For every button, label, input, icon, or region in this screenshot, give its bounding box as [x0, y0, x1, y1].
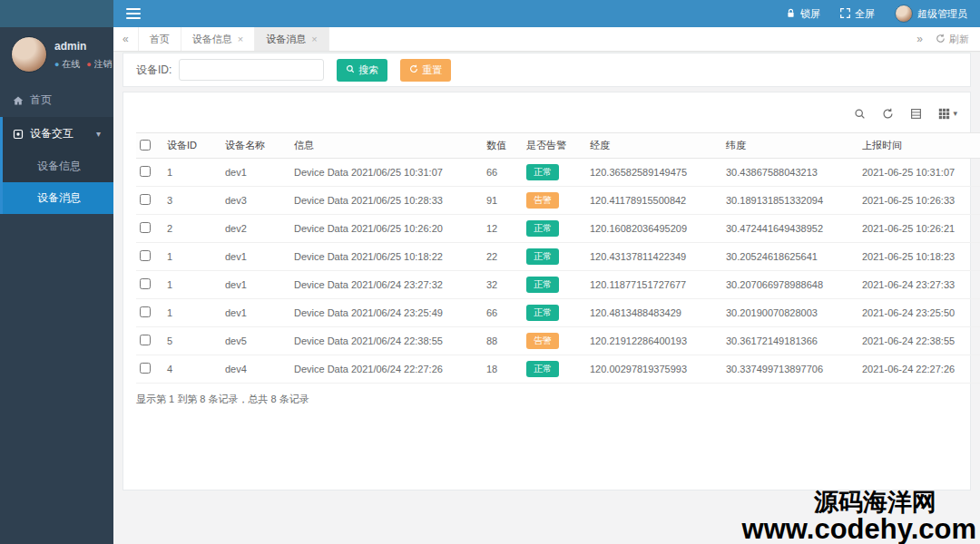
cell-report-time: 2021-06-25 10:26:33 — [858, 187, 980, 215]
row-checkbox[interactable] — [140, 222, 151, 233]
fullscreen-icon — [840, 8, 850, 20]
cell-device-id: 3 — [163, 187, 221, 215]
column-header: 信息 — [290, 133, 483, 159]
cell-info: Device Data 2021/06/25 10:18:22 — [290, 243, 483, 271]
cell-longitude: 120.16082036495209 — [586, 215, 722, 243]
table-row[interactable]: 1dev1Device Data 2021/06/25 10:18:2222正常… — [136, 243, 980, 271]
avatar — [11, 36, 47, 73]
device-icon — [13, 129, 24, 140]
cell-device-name: dev1 — [221, 159, 290, 187]
cell-value: 66 — [483, 159, 523, 187]
cell-alarm: 告警 — [523, 327, 586, 355]
cell-value: 91 — [483, 187, 523, 215]
cell-latitude: 30.189131851332094 — [722, 187, 858, 215]
row-checkbox[interactable] — [140, 278, 151, 289]
cell-device-id: 1 — [163, 271, 221, 299]
username: admin — [54, 40, 112, 53]
tab-device-message[interactable]: 设备消息 × — [255, 27, 328, 51]
device-id-label: 设备ID: — [136, 63, 172, 78]
column-header: 是否告警 — [523, 133, 586, 159]
cell-device-id: 5 — [163, 327, 221, 355]
cell-latitude: 30.207066978988648 — [722, 271, 858, 299]
status-badge: 告警 — [526, 192, 559, 209]
sidebar-item-device-message[interactable]: 设备消息 — [3, 182, 113, 214]
row-checkbox[interactable] — [140, 363, 151, 374]
select-all-checkbox[interactable] — [140, 140, 151, 151]
watermark-url: www.codehy.com — [742, 515, 976, 544]
menu-toggle-icon[interactable] — [126, 5, 141, 22]
search-button[interactable]: 搜索 — [337, 59, 387, 82]
cell-latitude: 30.472441649438952 — [722, 215, 858, 243]
cell-alarm: 正常 — [523, 355, 586, 384]
lock-screen-button[interactable]: 锁屏 — [786, 7, 820, 21]
status-badge: 正常 — [526, 220, 559, 237]
tab-device-info[interactable]: 设备信息 × — [181, 27, 255, 51]
close-icon[interactable]: × — [311, 34, 317, 44]
row-checkbox[interactable] — [140, 166, 151, 177]
device-message-table: 设备ID 设备名称 信息 数值 是否告警 经度 纬度 上报时间 1dev1Dev… — [136, 132, 980, 384]
row-checkbox[interactable] — [140, 194, 151, 205]
table-toggle-view-icon[interactable] — [910, 108, 922, 120]
status-badge: 告警 — [526, 333, 559, 349]
cell-report-time: 2021-06-25 10:26:21 — [858, 215, 980, 243]
sidebar-item-label: 首页 — [30, 92, 52, 108]
row-checkbox[interactable] — [140, 250, 151, 261]
cell-longitude: 120.36582589149475 — [586, 159, 722, 187]
sidebar-item-home[interactable]: 首页 — [0, 83, 113, 117]
table-row[interactable]: 2dev2Device Data 2021/06/25 10:26:2012正常… — [136, 215, 980, 243]
tabs-scroll-left-icon[interactable]: « — [113, 27, 139, 51]
sidebar: admin ● 在线 ● 注销 首页 设备交互 ▾ 设备信息 设备消息 — [0, 0, 113, 544]
table-search-icon[interactable] — [854, 108, 866, 120]
table-row[interactable]: 5dev5Device Data 2021/06/24 22:38:5588告警… — [136, 327, 980, 355]
sidebar-item-device-info[interactable]: 设备信息 — [3, 151, 113, 182]
cell-report-time: 2021-06-24 22:38:55 — [858, 327, 980, 355]
row-checkbox[interactable] — [140, 306, 151, 317]
table-refresh-icon[interactable] — [882, 108, 894, 120]
cell-report-time: 2021-06-24 23:25:50 — [858, 299, 980, 327]
table-row[interactable]: 4dev4Device Data 2021/06/24 22:27:2618正常… — [136, 355, 980, 384]
cell-longitude: 120.11877151727677 — [586, 271, 722, 299]
logout-dot-icon: ● — [86, 60, 91, 69]
cell-value: 88 — [483, 327, 523, 355]
row-checkbox[interactable] — [140, 335, 151, 345]
fullscreen-button[interactable]: 全屏 — [840, 7, 875, 21]
sidebar-group-label: 设备交互 — [30, 126, 74, 141]
cell-alarm: 正常 — [523, 299, 586, 327]
search-icon — [346, 64, 355, 75]
home-icon — [13, 95, 24, 106]
table-body: 1dev1Device Data 2021/06/25 10:31:0766正常… — [136, 159, 980, 384]
close-icon[interactable]: × — [238, 34, 243, 44]
table-columns-icon[interactable]: ▾ — [938, 108, 957, 120]
reset-button[interactable]: 重置 — [400, 59, 451, 82]
status-badge: 正常 — [526, 277, 559, 293]
table-row[interactable]: 3dev3Device Data 2021/06/25 10:28:3391告警… — [136, 187, 980, 215]
cell-latitude: 30.36172149181366 — [722, 327, 858, 355]
cell-info: Device Data 2021/06/24 23:27:32 — [290, 271, 483, 299]
cell-device-name: dev4 — [221, 355, 290, 384]
cell-info: Device Data 2021/06/25 10:28:33 — [290, 187, 483, 215]
column-header: 纬度 — [722, 133, 858, 159]
logout-link[interactable]: ● 注销 — [86, 58, 112, 71]
chevron-down-icon: ▾ — [96, 129, 101, 139]
tab-home[interactable]: 首页 — [139, 27, 181, 51]
cell-longitude: 120.43137811422349 — [586, 243, 722, 271]
device-id-input[interactable] — [179, 59, 324, 81]
online-status: ● 在线 — [54, 58, 80, 71]
table-row[interactable]: 1dev1Device Data 2021/06/24 23:27:3232正常… — [136, 271, 980, 299]
pagination-summary: 显示第 1 到第 8 条记录，总共 8 条记录 — [136, 393, 957, 406]
cell-alarm: 告警 — [523, 187, 586, 215]
cell-device-name: dev1 — [221, 271, 290, 299]
tab-refresh-button[interactable]: 刷新 — [936, 33, 969, 46]
sidebar-item-device-interaction[interactable]: 设备交互 ▾ — [3, 117, 113, 151]
cell-latitude: 30.43867588043213 — [722, 159, 858, 187]
tabs-scroll-right-icon[interactable]: » — [916, 33, 923, 45]
table-row[interactable]: 1dev1Device Data 2021/06/25 10:31:0766正常… — [136, 159, 980, 187]
cell-value: 66 — [483, 299, 523, 327]
refresh-icon — [936, 34, 946, 45]
table-row[interactable]: 1dev1Device Data 2021/06/24 23:25:4966正常… — [136, 299, 980, 327]
user-profile: admin ● 在线 ● 注销 — [0, 27, 113, 83]
admin-menu[interactable]: 超级管理员 — [895, 5, 967, 23]
status-badge: 正常 — [526, 361, 559, 377]
cell-longitude: 120.00297819375993 — [586, 355, 722, 384]
cell-device-name: dev1 — [221, 243, 290, 271]
